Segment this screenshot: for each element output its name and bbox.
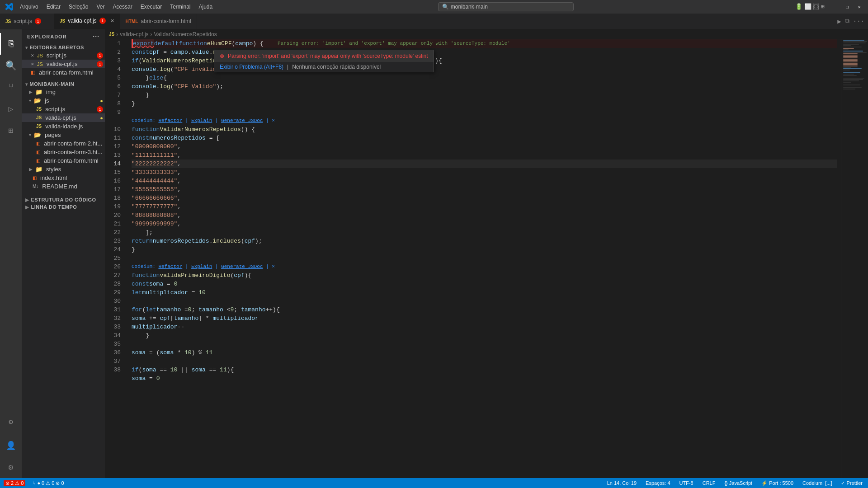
tab-label: valida-cpf.js [68, 18, 96, 24]
git-branch-icon: ⑂ [33, 480, 36, 486]
status-ln-col[interactable]: Ln 14, Col 19 [605, 480, 638, 486]
menu-executar[interactable]: Executar [137, 2, 165, 12]
error-tooltip-sep: | [287, 64, 288, 70]
js-icon: JS [36, 124, 42, 129]
language-text: {} JavaScript [724, 480, 752, 486]
vscode-logo [4, 1, 14, 12]
file-valida-cpf[interactable]: JS valida-cpf.js ● [22, 113, 105, 122]
battery-icon: 🔋 [795, 3, 802, 10]
close-icon[interactable]: ✕ [31, 62, 34, 66]
layout-icon: ⬜ [804, 3, 811, 10]
file-abrir-conta-3[interactable]: ◧ abrir-conta-form-3.ht... [22, 148, 105, 156]
line-number-33: 33 [105, 323, 124, 331]
file-valida-idade[interactable]: JS valida-idade.js [22, 122, 105, 131]
menu-editar[interactable]: Editar [43, 2, 64, 12]
minimize-btn[interactable]: — [830, 2, 840, 11]
menu-ver[interactable]: Ver [93, 2, 108, 12]
activity-run[interactable]: ▷ [0, 98, 22, 120]
folder-js[interactable]: ▾ 📂 js ● [22, 96, 105, 105]
split-editor-icon[interactable]: ⧉ [845, 18, 849, 25]
more-actions-icon[interactable]: ··· [853, 18, 864, 25]
status-line-ending[interactable]: CRLF [701, 480, 717, 486]
timeline-header[interactable]: ▶ LINHA DO TEMPO [22, 203, 105, 211]
line-number-18: 18 [105, 194, 124, 202]
folder-img[interactable]: ▶ 📁 img [22, 88, 105, 96]
tab-script-js[interactable]: JS script.js 1 [0, 14, 54, 29]
menu-acessar[interactable]: Acessar [109, 2, 136, 12]
git-icon: ⑂ [9, 83, 14, 92]
html-icon: ◧ [36, 158, 40, 163]
monibank-header[interactable]: ▾ MONIBANK-MAIN [22, 80, 105, 88]
status-port[interactable]: ⚡ Port : 5500 [760, 480, 795, 486]
file-abrir-conta[interactable]: ◧ abrir-conta-form.html [22, 156, 105, 165]
status-spaces[interactable]: Espaços: 4 [644, 480, 672, 486]
file-abrir-conta-2[interactable]: ◧ abrir-conta-form-2.ht... [22, 139, 105, 148]
breadcrumb-sep2: › [151, 31, 152, 38]
activity-remote[interactable]: ⚙ [0, 411, 22, 433]
code-line-1: export default function eHumCPF(campo) {… [132, 39, 837, 48]
line-number-26: 26 [105, 263, 124, 271]
title-search-box[interactable]: 🔍 monibank-main [438, 2, 574, 11]
folder-arrow-icon: ▾ [29, 98, 31, 103]
folder-pages[interactable]: ▾ 📂 pages [22, 131, 105, 139]
spaces-text: Espaços: 4 [646, 480, 670, 486]
line-number-5: 5 [105, 74, 124, 82]
status-prettier[interactable]: ✓ Prettier [839, 480, 864, 486]
title-search-area: 🔍 monibank-main [218, 2, 793, 11]
codeium-hint-1[interactable]: Codeium: Refactor | Explain | Generate J… [132, 117, 837, 125]
close-icon[interactable]: ✕ [31, 53, 34, 58]
encoding-text: UTF-8 [679, 480, 693, 486]
activity-settings[interactable]: ⚙ [0, 456, 22, 478]
open-editors-header[interactable]: ▾ EDITORES ABERTOS [22, 44, 105, 51]
activity-source-control[interactable]: ⑂ [0, 76, 22, 98]
status-errors[interactable]: ⊗ 2 ⚠ 0 [4, 480, 25, 486]
open-editor-abrir-conta[interactable]: ◧ abrir-conta-form.html [22, 68, 105, 77]
line-number-1: 1 [105, 39, 124, 48]
codeium-text: Codeium: [...] [802, 480, 832, 486]
menu-ajuda[interactable]: Ajuda [195, 2, 217, 12]
code-editor[interactable]: 1234567891011121314151617181920212223242… [105, 39, 868, 478]
line-number-14: 14 [105, 160, 124, 168]
code-line-21: "99999999999", [132, 220, 837, 228]
sidebar-more-icon[interactable]: ··· [93, 33, 99, 40]
line-number-12: 12 [105, 142, 124, 151]
status-git[interactable]: ⑂ ● 0 ⚠ 0 ⊗ 0 [31, 480, 66, 486]
code-line-38: soma = 0 [132, 374, 837, 383]
file-readme[interactable]: M↓ README.md [22, 182, 105, 191]
activity-search[interactable]: 🔍 [0, 55, 22, 76]
menu-selecao[interactable]: Seleção [65, 2, 92, 12]
activity-extensions[interactable]: ⊞ [0, 120, 22, 141]
sidebar: EXPLORADOR ··· ▾ EDITORES ABERTOS ✕ JS s… [22, 29, 105, 478]
folder-icon: 📂 [34, 131, 41, 138]
open-editor-valida-cpf[interactable]: ✕ JS valida-cpf.js 1 [22, 60, 105, 68]
activity-explorer[interactable]: ⎘ [0, 33, 22, 55]
collapse-icon: ▾ [25, 82, 28, 87]
status-codeium[interactable]: Codeium: [...] [801, 480, 834, 486]
status-encoding[interactable]: UTF-8 [678, 480, 695, 486]
menu-terminal[interactable]: Terminal [166, 2, 194, 12]
maximize-btn[interactable]: ❐ [842, 2, 853, 12]
file-index-html[interactable]: ◧ index.html [22, 174, 105, 182]
tab-close-icon[interactable]: ✕ [110, 18, 114, 24]
code-line-20: "88888888888", [132, 211, 837, 220]
collapse-icon: ▾ [25, 45, 28, 50]
prettier-text: ✓ Prettier [841, 480, 863, 486]
close-btn[interactable]: ✕ [854, 2, 864, 12]
tab-valida-cpf-js[interactable]: JS valida-cpf.js 1 ✕ [54, 14, 120, 29]
status-language[interactable]: {} JavaScript [722, 480, 754, 486]
folder-styles[interactable]: ▶ 📁 styles [22, 165, 105, 174]
run-icon[interactable]: ▶ [837, 18, 841, 25]
line-number-3: 3 [105, 56, 124, 65]
activity-account[interactable]: 👤 [0, 435, 22, 456]
tab-abrir-conta-html[interactable]: HTML abrir-conta-form.html [120, 14, 197, 29]
collapse-icon: ▶ [25, 205, 29, 210]
file-script-js[interactable]: JS script.js 1 [22, 105, 105, 113]
outline-header[interactable]: ▶ ESTRUTURA DO CÓDIGO [22, 196, 105, 203]
codeium-hint-2[interactable]: Codeium: Refactor | Explain | Generate J… [132, 263, 837, 271]
breadcrumb: JS › valida-cpf.js › ValidarNumerosRepet… [105, 29, 868, 39]
open-editor-script[interactable]: ✕ JS script.js 1 [22, 51, 105, 60]
show-problem-link[interactable]: Exibir o Problema (Alt+F8) [220, 64, 283, 70]
code-content[interactable]: export default function eHumCPF(campo) {… [128, 39, 841, 478]
line-number-38: 38 [105, 366, 124, 374]
menu-arquivo[interactable]: Arquivo [16, 2, 42, 12]
